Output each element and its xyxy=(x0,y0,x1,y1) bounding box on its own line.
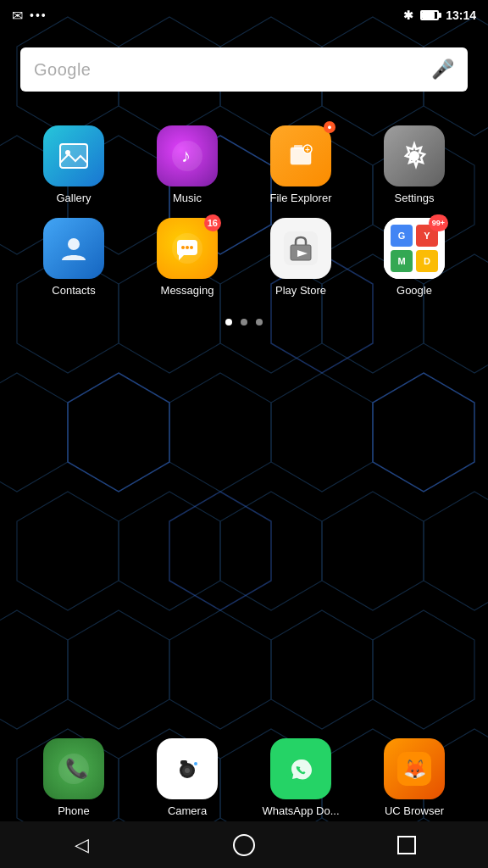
status-bar: ✉ ••• ✱ 13:14 xyxy=(0,0,488,31)
page-dots xyxy=(0,319,488,326)
status-left: ✉ ••• xyxy=(12,8,47,24)
svg-text:♪: ♪ xyxy=(181,145,191,166)
app-item-camera[interactable]: Camera xyxy=(141,738,234,817)
fileexplorer-icon: + ● xyxy=(270,125,331,186)
contacts-label: Contacts xyxy=(52,284,95,297)
phone-label: Phone xyxy=(58,804,90,817)
home-button[interactable] xyxy=(223,824,265,866)
mic-icon[interactable]: 🎤 xyxy=(431,58,454,81)
whatsapp-label: WhatsApp Do... xyxy=(262,804,339,817)
camera-label: Camera xyxy=(168,804,207,817)
app-row-2: Contacts 16 Messaging xyxy=(0,218,488,297)
ucbrowser-label: UC Browser xyxy=(385,804,444,817)
page-dot-3[interactable] xyxy=(256,319,263,326)
google-label: Google xyxy=(396,284,432,297)
battery-fill xyxy=(422,12,435,19)
playstore-label: Play Store xyxy=(275,284,326,297)
whatsapp-icon xyxy=(270,738,331,799)
clock: 13:14 xyxy=(446,8,476,22)
settings-label: Settings xyxy=(395,192,435,204)
apps-area: Gallery ♪ Music + ● xyxy=(0,125,488,310)
gallery-label: Gallery xyxy=(56,192,91,204)
svg-point-54 xyxy=(190,246,193,249)
messaging-icon: 16 xyxy=(157,218,218,279)
google-icon: G Y M D 99+ xyxy=(384,218,445,279)
search-placeholder: Google xyxy=(34,60,431,80)
google-badge: 99+ xyxy=(429,214,448,231)
page-dot-2[interactable] xyxy=(241,319,247,326)
app-item-ucbrowser[interactable]: 🦊 UC Browser xyxy=(368,738,461,817)
app-item-google[interactable]: G Y M D 99+ Google xyxy=(368,218,461,297)
app-item-fileexplorer[interactable]: + ● File Explorer xyxy=(254,125,347,204)
svg-rect-64 xyxy=(180,760,187,765)
svg-rect-41 xyxy=(60,144,87,168)
status-right: ✱ 13:14 xyxy=(403,8,476,22)
svg-point-50 xyxy=(68,238,80,250)
svg-point-65 xyxy=(194,762,197,765)
contacts-icon xyxy=(43,218,104,279)
svg-point-53 xyxy=(186,246,189,249)
dock: 📞 Phone Camera WhatsApp Do... xyxy=(0,738,488,817)
playstore-icon xyxy=(270,218,331,279)
phone-icon: 📞 xyxy=(43,738,104,799)
home-icon xyxy=(233,834,255,856)
messaging-badge: 16 xyxy=(204,214,221,231)
recent-button[interactable] xyxy=(385,824,428,866)
page-dot-1[interactable] xyxy=(225,319,232,326)
search-bar[interactable]: Google 🎤 xyxy=(20,47,468,92)
svg-text:+: + xyxy=(305,145,310,154)
app-row-1: Gallery ♪ Music + ● xyxy=(0,125,488,204)
back-icon: ◁ xyxy=(75,834,89,856)
nav-bar: ◁ xyxy=(0,821,488,868)
recent-icon xyxy=(397,836,416,854)
music-label: Music xyxy=(173,192,202,204)
svg-text:🦊: 🦊 xyxy=(403,758,427,781)
app-item-contacts[interactable]: Contacts xyxy=(27,218,120,297)
svg-point-52 xyxy=(181,246,185,249)
gallery-icon xyxy=(43,125,104,186)
ucbrowser-icon: 🦊 xyxy=(384,738,445,799)
app-item-gallery[interactable]: Gallery xyxy=(27,125,120,204)
back-button[interactable]: ◁ xyxy=(60,824,103,866)
search-bar-container: Google 🎤 xyxy=(0,31,488,100)
svg-text:📞: 📞 xyxy=(65,757,89,780)
app-item-playstore[interactable]: Play Store xyxy=(254,218,347,297)
messaging-label: Messaging xyxy=(161,284,214,297)
fileexplorer-label: File Explorer xyxy=(270,192,332,204)
battery-icon xyxy=(420,10,439,20)
app-item-music[interactable]: ♪ Music xyxy=(141,125,234,204)
bluetooth-icon: ✱ xyxy=(403,8,413,22)
svg-rect-46 xyxy=(294,145,302,149)
app-item-phone[interactable]: 📞 Phone xyxy=(27,738,120,817)
svg-point-63 xyxy=(185,768,190,773)
camera-icon xyxy=(157,738,218,799)
menu-dots-icon: ••• xyxy=(30,8,47,22)
music-icon: ♪ xyxy=(157,125,218,186)
app-item-messaging[interactable]: 16 Messaging xyxy=(141,218,234,297)
settings-icon xyxy=(384,125,445,186)
app-item-settings[interactable]: Settings xyxy=(368,125,461,204)
email-icon: ✉ xyxy=(12,8,23,24)
app-item-whatsapp[interactable]: WhatsApp Do... xyxy=(254,738,347,817)
